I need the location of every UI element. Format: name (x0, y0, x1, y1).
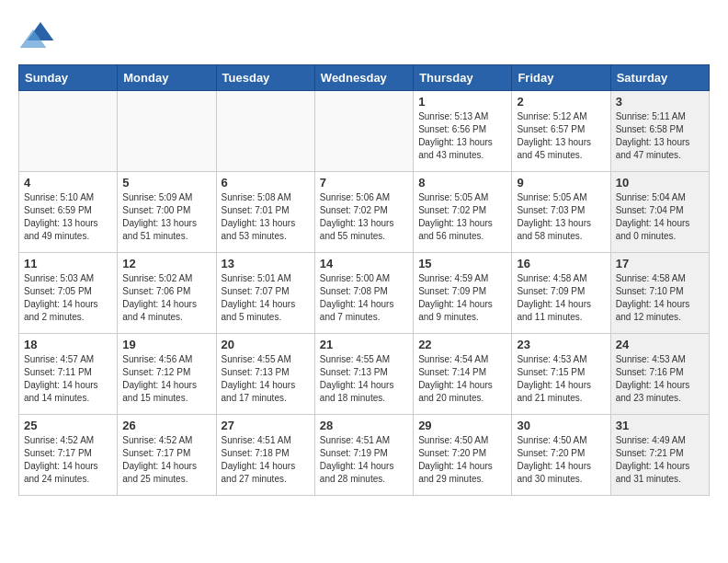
day-number: 4 (24, 176, 112, 190)
calendar-cell: 31Sunrise: 4:49 AM Sunset: 7:21 PM Dayli… (610, 415, 709, 496)
calendar-cell: 16Sunrise: 4:58 AM Sunset: 7:09 PM Dayli… (512, 253, 610, 334)
calendar-cell: 23Sunrise: 4:53 AM Sunset: 7:15 PM Dayli… (512, 334, 610, 415)
cell-info: Sunrise: 4:53 AM Sunset: 7:15 PM Dayligh… (517, 353, 605, 405)
day-number: 11 (24, 257, 112, 270)
cell-info: Sunrise: 5:06 AM Sunset: 7:02 PM Dayligh… (320, 191, 408, 243)
page-header (18, 18, 710, 55)
logo-icon (18, 18, 55, 55)
calendar-cell (314, 91, 413, 172)
cell-info: Sunrise: 4:58 AM Sunset: 7:10 PM Dayligh… (616, 272, 704, 324)
day-number: 25 (24, 419, 112, 432)
day-number: 22 (418, 338, 506, 351)
cell-info: Sunrise: 4:51 AM Sunset: 7:18 PM Dayligh… (222, 434, 310, 486)
logo (18, 18, 59, 55)
calendar-cell: 8Sunrise: 5:05 AM Sunset: 7:02 PM Daylig… (414, 172, 512, 253)
day-number: 21 (320, 338, 408, 351)
day-number: 15 (418, 257, 506, 270)
day-number: 1 (418, 95, 506, 109)
calendar-cell: 13Sunrise: 5:01 AM Sunset: 7:07 PM Dayli… (216, 253, 314, 334)
cell-info: Sunrise: 5:00 AM Sunset: 7:08 PM Dayligh… (320, 272, 408, 324)
cell-info: Sunrise: 4:54 AM Sunset: 7:14 PM Dayligh… (418, 353, 506, 405)
calendar-cell: 3Sunrise: 5:11 AM Sunset: 6:58 PM Daylig… (610, 91, 709, 172)
cell-info: Sunrise: 4:50 AM Sunset: 7:20 PM Dayligh… (418, 434, 506, 486)
header-day-saturday: Saturday (610, 65, 709, 91)
cell-info: Sunrise: 5:12 AM Sunset: 6:57 PM Dayligh… (517, 110, 605, 162)
day-number: 29 (418, 419, 506, 432)
cell-info: Sunrise: 4:55 AM Sunset: 7:13 PM Dayligh… (222, 353, 310, 405)
cell-info: Sunrise: 5:03 AM Sunset: 7:05 PM Dayligh… (24, 272, 112, 324)
day-number: 24 (616, 338, 704, 351)
day-number: 18 (24, 338, 112, 351)
header-row: SundayMondayTuesdayWednesdayThursdayFrid… (19, 65, 710, 91)
day-number: 19 (122, 338, 210, 351)
cell-info: Sunrise: 4:52 AM Sunset: 7:17 PM Dayligh… (24, 434, 112, 486)
cell-info: Sunrise: 5:01 AM Sunset: 7:07 PM Dayligh… (222, 272, 310, 324)
calendar-cell (118, 91, 216, 172)
cell-info: Sunrise: 5:13 AM Sunset: 6:56 PM Dayligh… (418, 110, 506, 162)
week-row-1: 1Sunrise: 5:13 AM Sunset: 6:56 PM Daylig… (19, 91, 710, 172)
calendar-cell: 4Sunrise: 5:10 AM Sunset: 6:59 PM Daylig… (19, 172, 118, 253)
cell-info: Sunrise: 4:51 AM Sunset: 7:19 PM Dayligh… (320, 434, 408, 486)
cell-info: Sunrise: 5:09 AM Sunset: 7:00 PM Dayligh… (122, 191, 210, 243)
calendar-cell (19, 91, 118, 172)
day-number: 2 (517, 95, 605, 109)
calendar-cell: 15Sunrise: 4:59 AM Sunset: 7:09 PM Dayli… (414, 253, 512, 334)
day-number: 26 (122, 419, 210, 432)
calendar-table: SundayMondayTuesdayWednesdayThursdayFrid… (18, 64, 710, 496)
header-day-sunday: Sunday (19, 65, 118, 91)
calendar-cell: 17Sunrise: 4:58 AM Sunset: 7:10 PM Dayli… (610, 253, 709, 334)
calendar-cell: 28Sunrise: 4:51 AM Sunset: 7:19 PM Dayli… (314, 415, 413, 496)
cell-info: Sunrise: 4:55 AM Sunset: 7:13 PM Dayligh… (320, 353, 408, 405)
calendar-cell: 9Sunrise: 5:05 AM Sunset: 7:03 PM Daylig… (512, 172, 610, 253)
day-number: 31 (616, 419, 704, 432)
calendar-cell: 10Sunrise: 5:04 AM Sunset: 7:04 PM Dayli… (610, 172, 709, 253)
calendar-cell: 24Sunrise: 4:53 AM Sunset: 7:16 PM Dayli… (610, 334, 709, 415)
calendar-cell: 21Sunrise: 4:55 AM Sunset: 7:13 PM Dayli… (314, 334, 413, 415)
week-row-5: 25Sunrise: 4:52 AM Sunset: 7:17 PM Dayli… (19, 415, 710, 496)
day-number: 17 (616, 257, 704, 270)
calendar-cell: 18Sunrise: 4:57 AM Sunset: 7:11 PM Dayli… (19, 334, 118, 415)
cell-info: Sunrise: 4:49 AM Sunset: 7:21 PM Dayligh… (616, 434, 704, 486)
cell-info: Sunrise: 4:59 AM Sunset: 7:09 PM Dayligh… (418, 272, 506, 324)
cell-info: Sunrise: 4:58 AM Sunset: 7:09 PM Dayligh… (517, 272, 605, 324)
calendar-cell: 19Sunrise: 4:56 AM Sunset: 7:12 PM Dayli… (118, 334, 216, 415)
header-day-wednesday: Wednesday (314, 65, 413, 91)
cell-info: Sunrise: 4:57 AM Sunset: 7:11 PM Dayligh… (24, 353, 112, 405)
day-number: 5 (122, 176, 210, 190)
calendar-cell: 25Sunrise: 4:52 AM Sunset: 7:17 PM Dayli… (19, 415, 118, 496)
day-number: 14 (320, 257, 408, 270)
calendar-cell: 11Sunrise: 5:03 AM Sunset: 7:05 PM Dayli… (19, 253, 118, 334)
cell-info: Sunrise: 5:10 AM Sunset: 6:59 PM Dayligh… (24, 191, 112, 243)
day-number: 10 (616, 176, 704, 190)
day-number: 12 (122, 257, 210, 270)
calendar-cell: 29Sunrise: 4:50 AM Sunset: 7:20 PM Dayli… (414, 415, 512, 496)
calendar-cell: 30Sunrise: 4:50 AM Sunset: 7:20 PM Dayli… (512, 415, 610, 496)
cell-info: Sunrise: 4:56 AM Sunset: 7:12 PM Dayligh… (122, 353, 210, 405)
day-number: 3 (616, 95, 704, 109)
day-number: 9 (517, 176, 605, 190)
cell-info: Sunrise: 5:05 AM Sunset: 7:02 PM Dayligh… (418, 191, 506, 243)
day-number: 28 (320, 419, 408, 432)
calendar-cell: 20Sunrise: 4:55 AM Sunset: 7:13 PM Dayli… (216, 334, 314, 415)
day-number: 23 (517, 338, 605, 351)
calendar-cell: 22Sunrise: 4:54 AM Sunset: 7:14 PM Dayli… (414, 334, 512, 415)
header-day-monday: Monday (118, 65, 216, 91)
calendar-cell: 27Sunrise: 4:51 AM Sunset: 7:18 PM Dayli… (216, 415, 314, 496)
cell-info: Sunrise: 5:11 AM Sunset: 6:58 PM Dayligh… (616, 110, 704, 162)
calendar-cell: 5Sunrise: 5:09 AM Sunset: 7:00 PM Daylig… (118, 172, 216, 253)
cell-info: Sunrise: 4:50 AM Sunset: 7:20 PM Dayligh… (517, 434, 605, 486)
cell-info: Sunrise: 4:53 AM Sunset: 7:16 PM Dayligh… (616, 353, 704, 405)
calendar-cell (216, 91, 314, 172)
day-number: 16 (517, 257, 605, 270)
day-number: 7 (320, 176, 408, 190)
calendar-cell: 6Sunrise: 5:08 AM Sunset: 7:01 PM Daylig… (216, 172, 314, 253)
day-number: 27 (222, 419, 310, 432)
calendar-cell: 7Sunrise: 5:06 AM Sunset: 7:02 PM Daylig… (314, 172, 413, 253)
calendar-cell: 2Sunrise: 5:12 AM Sunset: 6:57 PM Daylig… (512, 91, 610, 172)
day-number: 20 (222, 338, 310, 351)
week-row-3: 11Sunrise: 5:03 AM Sunset: 7:05 PM Dayli… (19, 253, 710, 334)
cell-info: Sunrise: 5:04 AM Sunset: 7:04 PM Dayligh… (616, 191, 704, 243)
day-number: 6 (222, 176, 310, 190)
header-day-tuesday: Tuesday (216, 65, 314, 91)
calendar-cell: 26Sunrise: 4:52 AM Sunset: 7:17 PM Dayli… (118, 415, 216, 496)
